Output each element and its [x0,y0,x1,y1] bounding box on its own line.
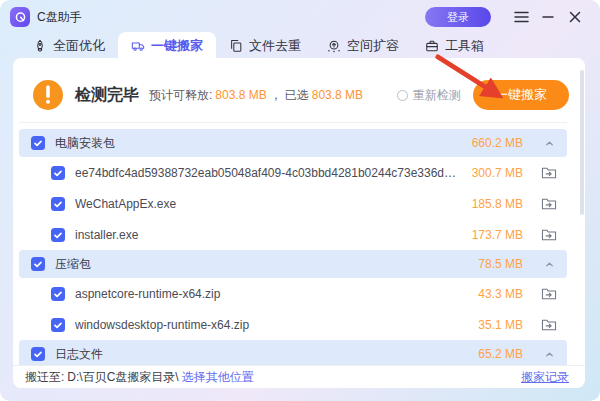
one-click-move-button[interactable]: 一键搬家 [473,80,569,110]
move-target: 搬迁至: D:\百贝C盘搬家目录\ 选择其他位置 [25,369,254,386]
checkbox[interactable] [51,287,65,301]
choose-location-link[interactable]: 选择其他位置 [182,369,254,386]
file-row: WeChatAppEx.exe185.8 MB [19,188,567,219]
group-size: 65.2 MB [461,347,523,361]
group-name: 电脑安装包 [55,135,461,152]
checkbox[interactable] [31,347,45,361]
file-row: aspnetcore-runtime-x64.zip43.3 MB [19,278,567,309]
summary-detail: 预计可释放: 803.8 MB ， 已选 803.8 MB [149,87,363,104]
file-name: WeChatAppEx.exe [75,197,461,211]
tab-label: 工具箱 [445,37,484,55]
status-title: 检测完毕 [75,85,139,106]
file-row: installer.exe173.7 MB [19,219,567,250]
selected-label: 已选 [285,87,309,104]
close-icon[interactable] [564,6,586,28]
open-location-icon[interactable] [539,228,559,242]
tab-label: 文件去重 [249,37,301,55]
app-logo-icon [10,7,30,27]
checkbox[interactable] [31,257,45,271]
file-name: installer.exe [75,228,461,242]
refresh-icon [397,90,408,101]
file-row: ee74bdfc4ad59388732eab05048af409-4c03bbd… [19,157,567,188]
file-name: ee74bdfc4ad59388732eab05048af409-4c03bbd… [75,166,461,180]
recheck-label: 重新检测 [413,87,461,104]
group-row[interactable]: 日志文件65.2 MB [19,340,567,365]
titlebar: C盘助手 登录 [0,0,600,32]
scrollbar-thumb[interactable] [580,70,584,215]
checkbox[interactable] [51,166,65,180]
warning-icon [33,80,63,110]
tab-label: 一键搬家 [151,37,203,55]
group-name: 日志文件 [55,346,461,363]
releasable-value: 803.8 MB [215,88,266,102]
login-button[interactable]: 登录 [425,7,491,27]
comma: ， [270,87,282,104]
file-size: 185.8 MB [461,197,523,211]
minimize-icon[interactable] [537,6,559,28]
move-history-link[interactable]: 搬家记录 [521,369,569,386]
group-row[interactable]: 压缩包78.5 MB [19,250,567,278]
collapse-icon[interactable] [539,138,559,149]
expand-icon [327,39,341,53]
main-panel: 检测完毕 预计可释放: 803.8 MB ， 已选 803.8 MB 重新检测 … [13,58,585,388]
tab-label: 空间扩容 [347,37,399,55]
file-row: windowsdesktop-runtime-x64.zip35.1 MB [19,309,567,340]
tab-label: 全面优化 [53,37,105,55]
checkbox[interactable] [31,136,45,150]
tab-file-dedupe[interactable]: 文件去重 [216,32,314,60]
file-list: 电脑安装包660.2 MBee74bdfc4ad59388732eab05048… [19,122,567,365]
moveto-label: 搬迁至: [25,369,64,386]
tab-bar: 全面优化一键搬家文件去重空间扩容工具箱 [0,32,600,60]
selected-value: 803.8 MB [312,88,363,102]
checkbox[interactable] [51,197,65,211]
copy-icon [229,39,243,53]
collapse-icon[interactable] [539,349,559,360]
checkbox[interactable] [51,228,65,242]
tab-full-optimize[interactable]: 全面优化 [20,32,118,60]
open-location-icon[interactable] [539,287,559,301]
truck-icon [131,39,145,53]
recheck-button[interactable]: 重新检测 [397,87,461,104]
open-location-icon[interactable] [539,166,559,180]
group-size: 78.5 MB [461,257,523,271]
collapse-icon[interactable] [539,259,559,270]
scan-summary: 检测完毕 预计可释放: 803.8 MB ， 已选 803.8 MB 重新检测 … [13,58,585,122]
tab-quick-move[interactable]: 一键搬家 [118,32,216,60]
open-location-icon[interactable] [539,318,559,332]
footer-bar: 搬迁至: D:\百贝C盘搬家目录\ 选择其他位置 搬家记录 [13,365,585,388]
file-size: 43.3 MB [461,287,523,301]
app-title: C盘助手 [37,9,82,26]
tab-toolbox[interactable]: 工具箱 [412,32,497,60]
file-name: windowsdesktop-runtime-x64.zip [75,318,461,332]
target-path: D:\百贝C盘搬家目录\ [67,369,178,386]
file-size: 35.1 MB [461,318,523,332]
open-location-icon[interactable] [539,197,559,211]
checkbox[interactable] [51,318,65,332]
toolbox-icon [425,39,439,53]
releasable-label: 预计可释放: [149,87,212,104]
app-window: C盘助手 登录 全面优化一键搬家文件去重空间扩容工具箱 检测完毕 预计可释放: … [0,0,600,401]
file-size: 300.7 MB [461,166,523,180]
group-size: 660.2 MB [461,136,523,150]
file-size: 173.7 MB [461,228,523,242]
group-name: 压缩包 [55,256,461,273]
file-name: aspnetcore-runtime-x64.zip [75,287,461,301]
menu-icon[interactable] [510,6,532,28]
group-row[interactable]: 电脑安装包660.2 MB [19,129,567,157]
rocket-icon [33,39,47,53]
tab-space-expand[interactable]: 空间扩容 [314,32,412,60]
